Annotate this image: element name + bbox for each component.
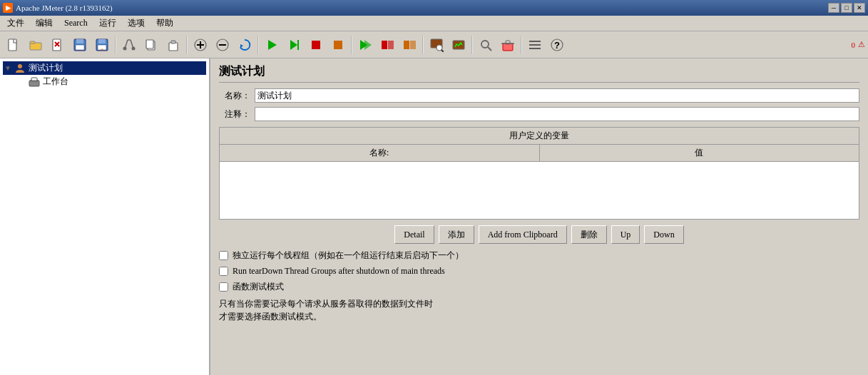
- start-nopause-button[interactable]: [283, 34, 305, 56]
- name-label: 名称：: [219, 90, 255, 102]
- menu-help[interactable]: 帮助: [150, 16, 179, 31]
- svg-marker-34: [364, 40, 372, 50]
- svg-rect-10: [98, 39, 106, 43]
- svg-rect-0: [9, 39, 16, 51]
- tree-item-testplan[interactable]: ▼ 测试计划: [3, 61, 206, 75]
- variables-title: 用户定义的变量: [220, 128, 859, 145]
- title-bar: ▶ Apache JMeter (2.8 r1393162) ─ □ ✕: [0, 0, 868, 16]
- copy-button[interactable]: [141, 34, 162, 56]
- toolbar-remove-button[interactable]: [212, 34, 233, 56]
- run-teardown-checkbox[interactable]: [219, 267, 228, 276]
- alert-count: 0: [852, 41, 856, 49]
- svg-rect-36: [388, 41, 394, 49]
- cut-button[interactable]: [118, 34, 140, 56]
- testplan-label: 测试计划: [29, 62, 63, 74]
- separator-2: [186, 36, 188, 54]
- remote-start-button[interactable]: [354, 34, 376, 56]
- note-line1: 只有当你需要记录每个请求从服务器取得的数据到文件时: [219, 299, 433, 309]
- new-button[interactable]: [3, 34, 24, 56]
- toolbar-alert: 0 ⚠: [852, 40, 866, 49]
- help-toolbar-button[interactable]: ?: [546, 34, 568, 56]
- variables-section: 用户定义的变量 名称: 值: [219, 127, 859, 220]
- panel-title: 测试计划: [219, 64, 859, 83]
- add-var-btn[interactable]: 添加: [439, 225, 474, 244]
- tree-item-workbench[interactable]: 工作台: [17, 75, 206, 88]
- menu-search[interactable]: Search: [58, 16, 93, 31]
- down-btn[interactable]: Down: [644, 225, 683, 244]
- svg-rect-19: [146, 40, 153, 48]
- remote-stop-button[interactable]: [377, 34, 398, 56]
- svg-point-53: [18, 64, 22, 68]
- open-button[interactable]: [25, 34, 46, 56]
- svg-rect-38: [410, 41, 416, 49]
- shutdown-button[interactable]: [327, 34, 349, 56]
- buttons-row: Detail 添加 Add from Clipboard 删除 Up Down: [219, 225, 859, 244]
- comment-input[interactable]: [255, 107, 859, 121]
- testplan-icon: [14, 63, 26, 74]
- svg-text:?: ?: [554, 40, 560, 51]
- up-btn[interactable]: Up: [611, 225, 640, 244]
- svg-point-16: [132, 46, 136, 50]
- checkbox-row-2: Run tearDown Thread Groups after shutdow…: [219, 266, 859, 277]
- left-panel: ▼ 测试计划 工作台: [0, 58, 210, 375]
- save-button[interactable]: [69, 34, 91, 56]
- note-text: 只有当你需要记录每个请求从服务器取得的数据到文件时 才需要选择函数测试模式。: [219, 297, 859, 323]
- run-teardown-label: Run tearDown Thread Groups after shutdow…: [233, 266, 445, 277]
- menu-options[interactable]: 选项: [122, 16, 150, 31]
- comment-row: 注释：: [219, 107, 859, 121]
- name-input[interactable]: [255, 88, 859, 103]
- workbench-icon: [29, 76, 40, 88]
- variables-body: [220, 162, 859, 219]
- toolbar-reset-button[interactable]: [234, 34, 255, 56]
- toolbar-add-button[interactable]: [190, 34, 211, 56]
- menu-run[interactable]: 运行: [93, 16, 122, 31]
- detail-btn[interactable]: Detail: [394, 225, 434, 244]
- menu-bar: 文件 编辑 Search 运行 选项 帮助: [0, 16, 868, 31]
- remote-shutdown-button[interactable]: [399, 34, 420, 56]
- name-row: 名称：: [219, 88, 859, 103]
- separator-1: [115, 36, 116, 54]
- menu-file[interactable]: 文件: [1, 16, 30, 31]
- svg-marker-29: [290, 40, 297, 50]
- delete-var-btn[interactable]: 删除: [571, 225, 607, 244]
- separator-4: [351, 36, 352, 54]
- clear-button[interactable]: [497, 34, 519, 56]
- analyze2-button[interactable]: [448, 34, 469, 56]
- paste-button[interactable]: [163, 34, 184, 56]
- run-each-checkbox[interactable]: [219, 251, 228, 260]
- add-clipboard-btn[interactable]: Add from Clipboard: [479, 225, 567, 244]
- separator-7: [521, 36, 522, 54]
- svg-point-43: [481, 41, 489, 48]
- separator-3: [257, 36, 259, 54]
- functional-label: 函数测试模式: [233, 281, 284, 293]
- svg-marker-27: [240, 44, 243, 48]
- comment-label: 注释：: [219, 108, 255, 120]
- svg-rect-2: [30, 41, 35, 43]
- svg-rect-21: [171, 41, 175, 43]
- stop-button[interactable]: [305, 34, 327, 56]
- start-button[interactable]: [261, 34, 282, 56]
- svg-rect-20: [169, 43, 178, 51]
- svg-marker-28: [268, 40, 277, 50]
- title-text: Apache JMeter (2.8 r1393162): [16, 4, 828, 12]
- alert-icon: ⚠: [858, 40, 865, 49]
- list-button[interactable]: [524, 34, 546, 56]
- svg-rect-31: [312, 41, 320, 49]
- analyze-button[interactable]: [426, 34, 447, 56]
- app-icon: ▶: [3, 3, 13, 13]
- search-button[interactable]: [475, 34, 496, 56]
- maximize-btn[interactable]: □: [841, 3, 852, 13]
- separator-6: [471, 36, 473, 54]
- menu-edit[interactable]: 编辑: [30, 16, 58, 31]
- svg-point-15: [123, 46, 127, 50]
- workbench-label: 工作台: [43, 76, 68, 88]
- close-window-btn[interactable]: ✕: [854, 3, 865, 13]
- close-button[interactable]: [47, 34, 68, 56]
- minimize-btn[interactable]: ─: [828, 3, 839, 13]
- saveas-button[interactable]: +: [91, 34, 113, 56]
- svg-line-44: [488, 47, 491, 51]
- svg-text:+: +: [101, 47, 103, 52]
- checkbox-row-3: 函数测试模式: [219, 281, 859, 293]
- functional-checkbox[interactable]: [219, 282, 228, 292]
- main-layout: ▼ 测试计划 工作台: [0, 58, 868, 375]
